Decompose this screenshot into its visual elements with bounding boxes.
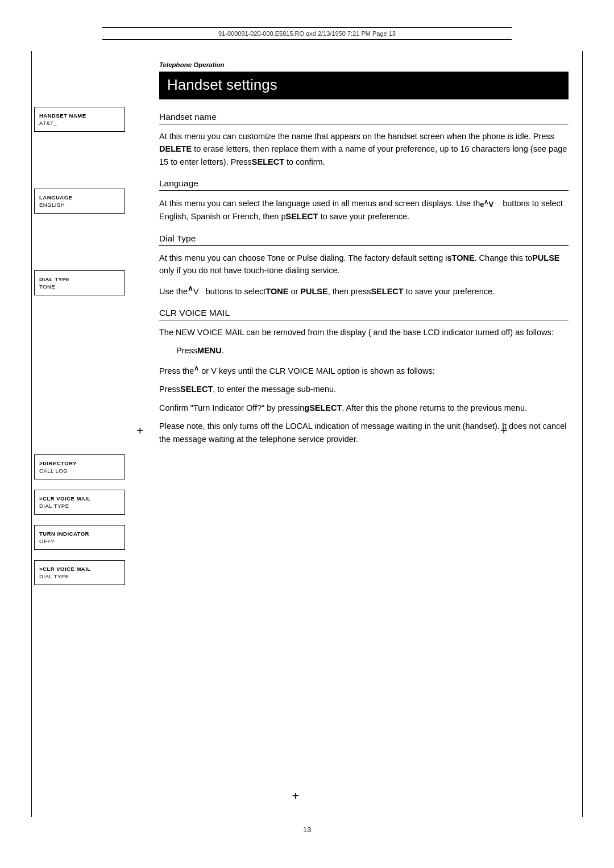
handset-name-para: At this menu you can customize the name …: [159, 130, 569, 168]
clr-voice-mail-2-screen: >CLR VOICE MAIL DIAL TYPE: [34, 560, 125, 585]
clr-voice-mail-para-4: Confirm "Turn Indicator Off?" by pressin…: [159, 402, 569, 414]
select-label-2: SELECT: [285, 212, 318, 221]
right-column: Telephone Operation Handset settings Han…: [159, 61, 569, 451]
border-right: [582, 51, 583, 817]
menu-label: MENU: [197, 346, 222, 355]
language-para: At this menu you can select the language…: [159, 197, 569, 223]
screen-line2: OFF?: [39, 537, 120, 545]
screen-line1: TURN INDICATOR: [39, 530, 120, 537]
handset-name-heading: Handset name: [159, 112, 569, 124]
crosshair-left-middle: [139, 426, 151, 437]
clr-voice-mail-para-5: Please note, this only turns off the LOC…: [159, 420, 569, 445]
tone-label-1: sTONE: [447, 253, 474, 262]
screen-line1: >CLR VOICE MAIL: [39, 495, 120, 502]
handset-name-screen: HANDSET NAME AT&T_: [34, 107, 125, 132]
screen-line2: TONE: [39, 283, 120, 290]
border-left: [31, 51, 32, 817]
clr-voice-mail-press-menu: PressMENU.: [159, 344, 569, 357]
screen-line2: CALL LOG: [39, 467, 120, 474]
screen-line2: AT&T_: [39, 119, 120, 127]
dial-type-para-1: At this menu you can choose Tone or Puls…: [159, 252, 569, 277]
pulse-label-2: PULSE: [300, 286, 327, 295]
screen-line1: LANGUAGE: [39, 194, 120, 201]
clr-voice-mail-heading: CLR VOICE MAIL: [159, 308, 569, 320]
dial-type-heading: Dial Type: [159, 233, 569, 246]
screen-line2: DIAL TYPE: [39, 502, 120, 510]
header-text: 91-000091-020-000.E5815.RO.qxd 2/13/1950…: [218, 30, 396, 37]
screen-line2: ENGLISH: [39, 201, 120, 208]
language-heading: Language: [159, 178, 569, 191]
screen-line1: DIAL TYPE: [39, 276, 120, 283]
select-label-3: SELECT: [371, 286, 403, 295]
clr-voice-mail-1-screen: >CLR VOICE MAIL DIAL TYPE: [34, 490, 125, 515]
screen-line1: >CLR VOICE MAIL: [39, 565, 120, 573]
clr-voice-mail-para-2: Press the∧ or V keys until the CLR VOICE…: [159, 363, 569, 377]
crosshair-bottom: [294, 791, 306, 803]
language-screen: LANGUAGE ENGLISH: [34, 189, 125, 214]
page-number: 13: [303, 825, 311, 834]
select-label-1: SELECT: [252, 157, 284, 166]
screen-line1: HANDSET NAME: [39, 112, 120, 119]
delete-label: DELETE: [159, 144, 192, 153]
clr-voice-mail-para-1: The NEW VOICE MAIL can be removed from t…: [159, 326, 569, 339]
pulse-label: PULSE: [532, 253, 559, 262]
doc-header: 91-000091-020-000.E5815.RO.qxd 2/13/1950…: [102, 27, 512, 40]
dial-type-para-2: Use the∧V buttons to selectTONE or PULSE…: [159, 283, 569, 298]
left-column: HANDSET NAME AT&T_ LANGUAGE ENGLISH DIAL…: [34, 74, 125, 595]
page-container: 91-000091-020-000.E5815.RO.qxd 2/13/1950…: [0, 0, 614, 868]
clr-voice-mail-para-3: PressSELECT, to enter the message sub-me…: [159, 383, 569, 395]
dial-type-screen: DIAL TYPE TONE: [34, 270, 125, 295]
screen-line2: DIAL TYPE: [39, 573, 120, 580]
select-label-4: SELECT: [180, 385, 213, 394]
select-label-5: gSELECT: [304, 403, 342, 412]
page-title: Handset settings: [159, 72, 569, 99]
screen-line1: >DIRECTORY: [39, 460, 120, 467]
turn-indicator-screen: TURN INDICATOR OFF?: [34, 525, 125, 550]
section-label: Telephone Operation: [159, 61, 569, 68]
tone-label-2: TONE: [265, 286, 288, 295]
nav-arrows-inline: e∧V: [480, 200, 493, 208]
directory-screen: >DIRECTORY CALL LOG: [34, 454, 125, 479]
